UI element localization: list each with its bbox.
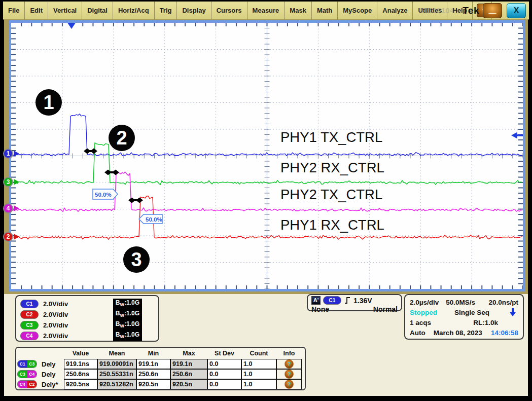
measurement-cell: 920.5n [170,379,207,389]
menu-item-digital[interactable]: Digital [82,2,113,19]
cursor-diamond [104,170,112,175]
info-cell: ? [276,379,302,389]
menu-item-file[interactable]: File [3,2,25,19]
bandwidth-readout: BW:1.0G [113,299,142,309]
source-pill-c4c2[interactable]: C4C2 [17,380,37,388]
column-header-info: Info [276,349,302,358]
trigger-source-pill[interactable]: C1 [323,296,341,305]
source-pill-c3c4[interactable]: C3C4 [17,370,37,378]
acquisition-status: Stopped [410,309,437,316]
column-header-mean: Mean [97,349,136,358]
acquisition-mode: Single Seq [454,309,489,316]
menu-items: FileEditVerticalDigitalHoriz/AcqTrigDisp… [3,2,473,19]
measurement-grid: ValueMeanMinMaxSt DevCountInfoC1C3Dely91… [17,349,305,389]
channel-4-position-badge[interactable]: 4 [3,203,20,213]
trigger-panel: A' C1 1.36V None Normal [307,294,402,311]
info-cell: ? [276,359,302,369]
channel-row-c2: C22.0V/divBW:1.0G [20,309,154,320]
trigger-mode-label: Normal [373,305,398,313]
measurement-cell: 250.6n [136,369,170,379]
trace-label: PHY2 TX_CTRL [280,187,382,202]
ref-level-text: 50.0% [146,216,162,223]
minimize-icon: — [489,9,496,17]
info-icon[interactable]: ? [285,380,294,389]
menu-item-cursors[interactable]: Cursors [211,2,247,19]
menu-item-analyze[interactable]: Analyze [377,2,413,19]
sample-rate-value: 50.0MS/s [446,299,475,306]
measurement-cell: 919.1n [136,359,170,369]
menu-item-edit[interactable]: Edit [25,2,48,19]
menu-item-horiz-acq[interactable]: Horiz/Acq [113,2,155,19]
menu-item-math[interactable]: Math [312,2,338,19]
info-icon[interactable]: ? [285,370,294,379]
cursor-diamond [84,149,91,154]
channel-2-badge-circle: 2 [3,232,13,242]
cursor-diamond [128,198,135,203]
timebase-value: 2.0µs/div [410,299,439,306]
minimize-button[interactable]: — [483,3,502,18]
column-header-count: Count [241,349,276,358]
column-header-max: Max [170,349,207,358]
menu-item-display[interactable]: Display [177,2,211,19]
channel-scale: 2.0V/div [43,332,68,340]
table-corner [17,349,64,358]
channel-settings-panel: C12.0V/divBW:1.0GC22.0V/divBW:1.0GC32.0V… [15,295,159,342]
info-cell: ? [276,369,302,379]
measurement-row-label: C3C4Dely [17,369,64,379]
menu-item-myscope[interactable]: MyScope [338,2,377,19]
channel-1-position-badge[interactable]: 1 [3,149,20,159]
menu-item-mask[interactable]: Mask [285,2,312,19]
waveform-canvas: 50.0%50.0%PHY1 TX_CTRLPHY2 RX_CTRLPHY2 T… [11,23,523,289]
oscilloscope-screen: FileEditVerticalDigitalHoriz/AcqTrigDisp… [0,0,532,401]
measurement-cell: 1.0 [241,369,276,379]
trigger-level-icon [517,134,523,136]
tek-logo: Tek [463,5,479,16]
measurement-cell: 919.1n [170,359,207,369]
trigger-position-icon [67,23,76,29]
measurement-cell: 919.1ns [64,359,97,369]
annotation-number-1: 1 [43,92,54,113]
channel-row-c1: C12.0V/divBW:1.0G [20,299,154,309]
ref-level-text: 50.0% [95,192,112,198]
channel-pill-c2[interactable]: C2 [20,310,39,319]
trace-label: PHY1 TX_CTRL [280,129,382,145]
acquisition-panel: 2.0µs/div 50.0MS/s 20.0ns/pt Stopped Sin… [404,294,524,340]
channel-1-badge-circle: 1 [3,149,13,159]
menu-item-trig[interactable]: Trig [155,2,178,19]
measurement-name: Dely* [42,381,58,388]
measurement-cell: 250.6ns [64,369,97,379]
channel-4-badge-circle: 4 [3,203,13,213]
channel-scale: 2.0V/div [43,321,68,329]
trigger-level-icon [511,132,517,139]
menu-item-vertical[interactable]: Vertical [48,2,82,19]
bandwidth-readout: BW:1.0G [113,331,142,341]
cursor-diamond [90,149,97,154]
channel-2-position-badge[interactable]: 2 [3,232,20,242]
model-number-ghost: MSO5104 [419,6,454,15]
measurement-cell: 919.09091n [97,359,136,369]
source-pill-c1c3[interactable]: C1C3 [17,360,37,368]
channel-1-arrow-icon [14,151,19,157]
measurement-cell: 0.0 [207,369,241,379]
measurement-cell: 0.0 [207,379,241,389]
measurement-cell: 250.6n [170,369,207,379]
measurement-cell: 0.0 [207,359,241,369]
channel-pill-c1[interactable]: C1 [20,300,39,308]
channel-3-arrow-icon [14,179,19,185]
menu-bar: FileEditVerticalDigitalHoriz/AcqTrigDisp… [3,2,529,20]
channel-pill-c4[interactable]: C4 [20,332,39,340]
channel-3-position-badge[interactable]: 3 [3,177,20,187]
measurement-cell: 1.0 [241,359,276,369]
measurement-cell: 250.55331n [97,369,136,379]
info-icon[interactable]: ? [285,359,294,369]
column-header-min: Min [136,349,170,358]
arrow-down-icon [509,308,516,317]
column-header-value: Value [64,349,97,358]
menu-item-measure[interactable]: Measure [247,2,285,19]
channel-pill-c3[interactable]: C3 [20,321,39,330]
measurement-cell: 920.5n [136,379,170,389]
bandwidth-readout: BW:1.0G [113,309,142,319]
trigger-a-badge: A' [311,296,321,305]
close-button[interactable]: X [507,3,526,18]
trigger-mode-auto: Auto [410,329,425,337]
